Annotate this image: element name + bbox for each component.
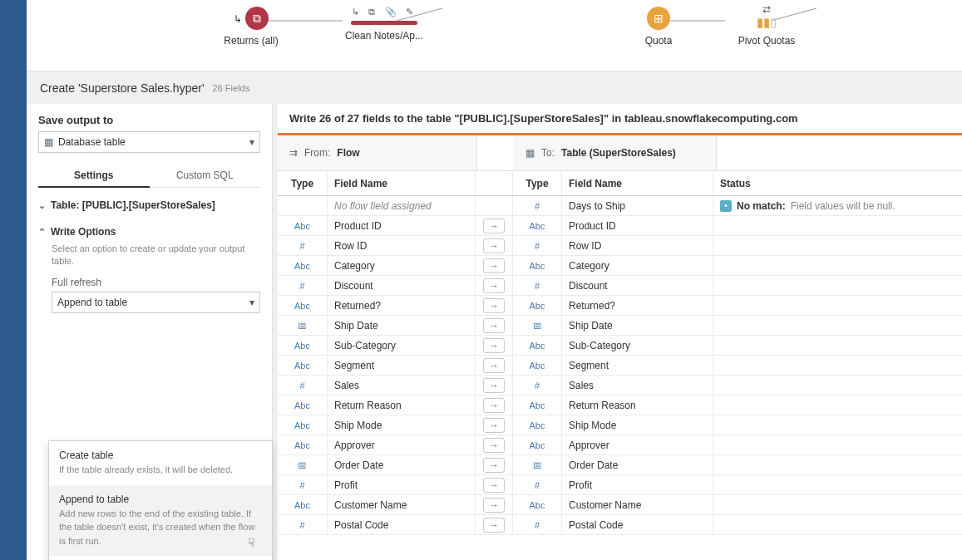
arrow-cell: → [476,376,512,395]
map-arrow-button[interactable]: → [483,219,505,233]
status-cell [713,495,962,514]
write-options-header[interactable]: ⌃ Write Options [38,223,260,241]
arrow-cell: → [476,316,512,335]
output-field-count: 26 Fields [213,83,250,93]
from-type-cell: Abc [278,216,328,235]
map-arrow-button[interactable]: → [483,438,505,453]
from-name-cell: Sub-Category [328,336,476,355]
no-match-icon: • [720,200,732,212]
arrow-cell: → [476,236,512,255]
flow-node-returns[interactable]: ↳ ⧉ Returns (all) [201,7,301,47]
to-field-name: Return Reason [569,400,636,411]
mapping-table: Type Field Name Type Field Name Status N… [278,171,962,560]
mapping-row[interactable]: Abc Approver → Abc Approver [278,435,962,455]
map-arrow-button[interactable]: → [483,518,505,533]
mapping-row[interactable]: # Row ID → # Row ID [278,236,962,256]
option-title: Append to table [59,494,262,505]
sidebar-tabs: Settings Custom SQL [38,165,260,188]
from-name-cell: Category [328,256,476,275]
mapping-row[interactable]: Abc Product ID → Abc Product ID [278,216,962,236]
to-type-cell: # [512,475,562,494]
mapping-row[interactable]: Abc Ship Mode → Abc Ship Mode [278,415,962,435]
map-arrow-button[interactable]: → [483,498,505,513]
map-arrow-button[interactable]: → [483,258,505,273]
status-cell [713,236,962,255]
tab-custom-sql[interactable]: Custom SQL [150,165,261,188]
from-name-cell: Discount [328,276,476,295]
mapping-row[interactable]: 📅︎ Ship Date → 📅︎ Ship Date [278,316,962,336]
option-description: Add new rows to the end of the existing … [59,507,262,548]
export-icon: ↳ [234,13,242,25]
mapping-row[interactable]: No flow field assigned # Days to Ship • … [278,196,962,216]
from-name-cell: Returned? [328,296,476,315]
from-field-name: Segment [334,360,374,371]
map-arrow-button[interactable]: → [483,358,505,373]
mapping-row[interactable]: Abc Category → Abc Category [278,256,962,276]
mapping-row[interactable]: Abc Sub-Category → Abc Sub-Category [278,336,962,356]
map-arrow-button[interactable]: → [483,378,505,393]
to-name-cell: Ship Date [562,316,713,335]
flow-node-clean[interactable]: ↳ ⧉ 📎 ✎ Clean Notes/Ap... [334,7,434,42]
save-output-to-label: Save output to [38,114,260,126]
from-field-name: Sales [334,380,359,391]
write-summary-banner: Write 26 of 27 fields to the table "[PUB… [278,104,962,125]
map-arrow-button[interactable]: → [483,418,505,433]
from-type-cell: Abc [278,395,328,415]
map-arrow-button[interactable]: → [483,398,505,413]
table-section-header[interactable]: ⌄ Table: [PUBLIC].[SuperStoreSales] [38,196,260,214]
map-arrow-button[interactable]: → [483,478,505,493]
output-title-bar: Create 'Superstore Sales.hyper' 26 Field… [27,71,962,104]
from-type-cell: Abc [278,336,328,355]
to-name-cell: Days to Ship [562,196,713,215]
mapping-row[interactable]: # Profit → # Profit [278,475,962,495]
map-arrow-button[interactable]: → [483,338,505,353]
mapping-row[interactable]: # Sales → # Sales [278,376,962,395]
map-arrow-button[interactable]: → [483,318,505,333]
from-name-cell: Profit [328,475,476,494]
to-type-cell: Abc [512,296,562,315]
to-type-cell: Abc [512,495,562,514]
map-arrow-button[interactable]: → [483,238,505,253]
mapping-row[interactable]: Abc Return Reason → Abc Return Reason [278,395,962,415]
to-type-cell: # [512,376,562,395]
mapping-row[interactable]: Abc Customer Name → Abc Customer Name [278,495,962,515]
clean-step-toolbar: ↳ ⧉ 📎 ✎ [334,7,434,17]
option-title: Create table [59,449,262,461]
app-left-rail [0,0,27,560]
dropdown-option-append-to-table[interactable]: Append to table Add new rows to the end … [49,485,272,557]
mapping-to-box: ▦ To: Table (SuperStoreSales) [514,135,717,170]
to-field-name: Discount [569,280,608,292]
mapping-row[interactable]: # Postal Code → # Postal Code [278,515,962,535]
to-name-cell: Sales [562,376,713,395]
flow-icon: ⇉ [289,147,298,159]
mapping-row[interactable]: Abc Segment → Abc Segment [278,356,962,376]
flow-node-quota[interactable]: ⊞ Quota [609,7,708,47]
status-cell [713,316,962,335]
union-icon: ⧉ [245,7,269,30]
output-type-select[interactable]: ▦ Database table ▾ [38,131,260,153]
dropdown-option-replace-data[interactable]: Replace data Replace data in an existing… [49,556,272,560]
to-type-cell: Abc [512,435,562,454]
status-cell [713,435,962,454]
mapping-row[interactable]: Abc Returned? → Abc Returned? [278,296,962,316]
map-arrow-button[interactable]: → [483,278,505,293]
from-name-cell: Ship Mode [328,415,476,435]
to-name-cell: Postal Code [562,515,713,534]
option-description: If the table already exists, it will be … [59,463,262,477]
tab-settings[interactable]: Settings [38,165,150,188]
status-cell [713,276,962,295]
to-field-name: Postal Code [569,519,623,531]
map-arrow-button[interactable]: → [483,298,505,313]
write-options-label: Write Options [51,226,116,238]
to-field-name: Order Date [569,459,618,471]
to-name-cell: Sub-Category [562,336,713,355]
from-name-cell: No flow field assigned [328,196,476,215]
map-arrow-button[interactable]: → [483,458,505,473]
flow-node-pivot[interactable]: ⇄ ▮▮▯ Pivot Quotas [717,3,816,47]
to-type-cell: Abc [512,216,562,235]
write-mode-select[interactable]: Append to table ▾ [52,292,260,313]
to-name-cell: Profit [562,475,713,494]
mapping-row[interactable]: # Discount → # Discount [278,276,962,296]
dropdown-option-create-table[interactable]: Create table If the table already exists… [49,441,272,485]
mapping-row[interactable]: 📅︎ Order Date → 📅︎ Order Date [278,455,962,475]
